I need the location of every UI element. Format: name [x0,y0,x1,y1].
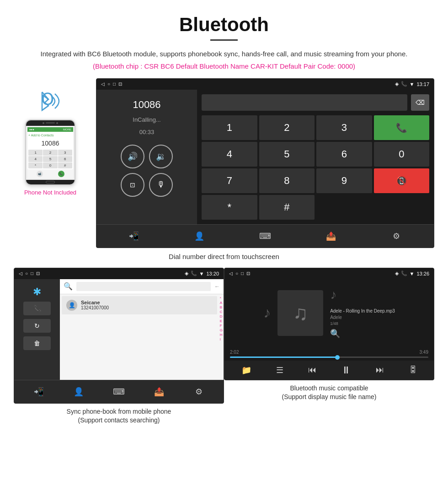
phone-status-icon: 📞 [401,81,407,87]
key-4[interactable]: 4 [202,142,257,167]
key-1[interactable]: 1 [202,115,257,140]
add-contacts-label: + Add to Contacts [28,133,72,138]
phone-number-display: 10086 [28,138,72,149]
call-left-panel: 10086 InCalling... 00:33 🔊 🔉 ⊡ 🎙 [96,90,197,224]
volume-down-btn[interactable]: 🔉 [149,145,173,168]
contact-item[interactable]: 👤 Seicane 13241007000 [62,296,217,314]
phonebook-caption: Sync phone-book from mobile phone (Suppo… [67,407,171,425]
music-search-icon[interactable]: 🔍 [330,329,340,339]
folder-icon[interactable]: 📁 [241,365,251,375]
pb-wifi-icon: ▼ [199,271,204,276]
phone-key-hash[interactable]: # [58,162,72,168]
key-8[interactable]: 8 [259,168,315,193]
prev-icon[interactable]: ⏮ [308,365,316,375]
sync-sidebar-btn[interactable]: ↻ [23,319,51,333]
phone-key-1[interactable]: 1 [28,150,43,156]
android-status-bar: ◁ ○ □ ⊡ ◈ 📞 ▼ 13:17 [96,79,434,90]
music-caption-line2: (Support display music file name) [282,393,377,400]
backspace-btn[interactable]: ⌫ [411,94,429,111]
mute-btn[interactable]: 🎙 [149,173,173,197]
phone-call-btn[interactable]: 📞 [58,171,64,177]
playlist-icon[interactable]: ☰ [276,365,283,375]
phone-home-btn[interactable] [46,181,55,184]
dialpad-area: ⌫ 1 2 3 📞 4 5 6 0 7 8 9 📵 * # [197,90,434,224]
equalizer-icon[interactable]: 🎛 [409,365,417,375]
pb-recents-icon: □ [31,271,33,276]
pb-screenshot-icon: ⊡ [36,271,40,276]
contacts-nav-settings[interactable]: ⚙ [192,385,206,399]
phone-key-5[interactable]: 5 [43,156,57,162]
time-display: 13:17 [416,81,429,87]
phonebook-caption-line1: Sync phone-book from mobile phone [67,408,171,415]
music-layout: ♪ ♫ ♪ Adele - Rolling In the Deep.mp3 Ad… [224,279,434,380]
wifi-icon: ▼ [410,81,415,87]
nav-call-icon[interactable]: 📲 [127,229,141,243]
volume-up-btn[interactable]: 🔊 [121,145,144,168]
dialpad-grid: 1 2 3 📞 4 5 6 0 7 8 9 📵 * # [202,115,429,220]
next-icon[interactable]: ⏭ [376,365,384,375]
phone-key-2[interactable]: 2 [43,150,57,156]
key-hash[interactable]: # [259,195,315,220]
phone-top-bar [26,120,75,126]
contacts-nav-person[interactable]: 👤 [72,385,85,399]
play-pause-icon[interactable]: ⏸ [341,364,351,376]
music-controls: 📁 ☰ ⏮ ⏸ ⏭ 🎛 [224,361,434,380]
phone-video-btn[interactable]: 📹 [37,171,43,177]
progress-times: 2:02 3:49 [230,350,428,355]
phone-label: Phone Not Included [24,189,76,196]
phone-key-6[interactable]: 6 [58,156,72,162]
nav-settings-icon[interactable]: ⚙ [389,229,403,243]
phonebook-status-left: ◁ ○ □ ⊡ [19,271,40,276]
phone-screen-body: + Add to Contacts 10086 1 2 3 4 5 6 * 0 … [27,132,73,169]
status-right: ◈ 📞 ▼ 13:17 [395,81,429,87]
phone-key-star[interactable]: * [28,162,43,168]
contacts-nav-call[interactable]: 📲 [32,385,46,399]
progress-bar[interactable] [230,357,428,358]
key-9[interactable]: 9 [316,168,372,193]
bottom-section: ◁ ○ □ ⊡ ◈ 📞 ▼ 13:20 ✱ 📞 ↻ 🗑 [0,268,448,425]
ms-home-icon: ○ [235,271,238,276]
progress-thumb [335,355,340,360]
key-7[interactable]: 7 [202,168,257,193]
dialpad-input[interactable] [202,94,407,111]
nav-transfer-icon[interactable]: 📤 [324,229,338,243]
music-caption-line1: Bluetooth music compatible [290,384,368,392]
nav-dialpad-icon[interactable]: ⌨ [258,229,272,243]
key-5[interactable]: 5 [259,142,315,167]
contacts-nav-dialpad[interactable]: ⌨ [112,385,126,399]
ms-phone-icon: 📞 [401,270,407,276]
contacts-nav-transfer[interactable]: 📤 [152,385,166,399]
contact-number: 13241007000 [81,305,109,310]
search-icon: 🔍 [64,282,73,291]
key-0[interactable]: 0 [374,142,430,167]
nav-contacts-icon[interactable]: 👤 [192,229,206,243]
delete-sidebar-btn[interactable]: 🗑 [23,336,51,350]
phone-key-0[interactable]: 0 [43,162,57,168]
music-artist: Adele [330,315,395,320]
key-6[interactable]: 6 [316,142,372,167]
phone-dot [43,122,44,124]
phone-key-4[interactable]: 4 [28,156,43,162]
back-arrow-icon: ← [214,283,220,290]
music-status-bar: ◁ ○ □ ⊡ ◈ 📞 ▼ 13:26 [224,268,434,279]
bluetooth-signal-icon: ʘ [32,87,69,115]
key-endcall[interactable]: 📵 [374,168,430,193]
search-field[interactable] [76,282,211,291]
key-call[interactable]: 📞 [374,115,430,140]
phone-key-3[interactable]: 3 [58,150,72,156]
transfer-btn[interactable]: ⊡ [121,173,144,197]
music-caption: Bluetooth music compatible (Support disp… [282,384,377,402]
side-notes-left: ♪ [263,304,271,321]
album-art: ♫ [277,290,323,336]
title-divider [210,39,238,41]
alpha-index: * A B C D E F G H I [219,294,224,380]
screenshot-icon: ⊡ [118,81,122,86]
contacts-search-bar: 🔍 ← [60,279,224,294]
key-3[interactable]: 3 [316,115,372,140]
key-2[interactable]: 2 [259,115,315,140]
call-sidebar-btn[interactable]: 📞 [23,302,51,315]
ms-back-icon: ◁ [229,271,233,276]
android-call-area: 10086 InCalling... 00:33 🔊 🔉 ⊡ 🎙 ⌫ 1 [96,90,434,224]
key-star[interactable]: * [202,195,257,220]
phone-speaker [46,122,55,124]
